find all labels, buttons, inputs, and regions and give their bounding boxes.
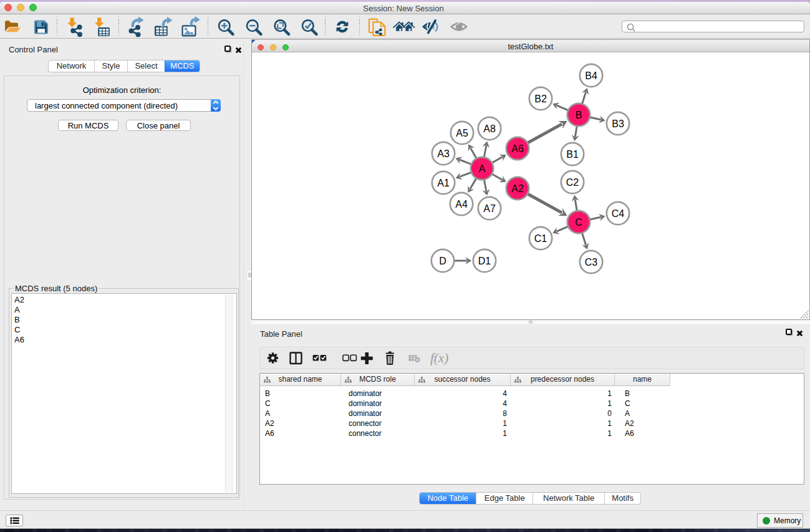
svg-text:A2: A2 bbox=[511, 183, 524, 194]
svg-text:C3: C3 bbox=[585, 257, 598, 268]
svg-text:A4: A4 bbox=[455, 199, 468, 210]
svg-text:A5: A5 bbox=[456, 128, 468, 138]
svg-text:B3: B3 bbox=[612, 118, 624, 129]
svg-text:A6: A6 bbox=[511, 143, 524, 154]
svg-text:C2: C2 bbox=[566, 177, 579, 188]
svg-text:A1: A1 bbox=[437, 178, 450, 188]
svg-text:B1: B1 bbox=[566, 149, 579, 160]
svg-text:B: B bbox=[576, 110, 582, 120]
svg-text:C4: C4 bbox=[612, 208, 625, 219]
svg-text:A8: A8 bbox=[483, 123, 496, 134]
svg-text:A: A bbox=[479, 163, 486, 174]
svg-text:D: D bbox=[439, 256, 446, 266]
svg-text:A7: A7 bbox=[483, 203, 496, 214]
svg-text:D1: D1 bbox=[478, 256, 491, 266]
svg-text:B2: B2 bbox=[534, 94, 547, 104]
svg-text:A3: A3 bbox=[437, 148, 450, 159]
svg-text:f(x): f(x) bbox=[430, 351, 448, 365]
svg-text:C: C bbox=[575, 217, 582, 228]
svg-text:B4: B4 bbox=[585, 70, 597, 81]
svg-text:C1: C1 bbox=[534, 233, 547, 244]
